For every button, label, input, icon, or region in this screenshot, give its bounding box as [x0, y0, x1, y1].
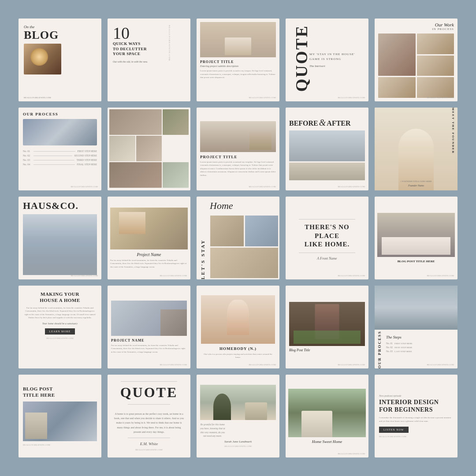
before-text: BEFORE [289, 120, 318, 127]
work-thumb-1 [378, 33, 416, 76]
proj-desc: Far far away behind the word mountains, … [110, 259, 188, 269]
step2-row-2: No. 02 NEXT STEP HERE [386, 346, 455, 349]
home-images [209, 214, 279, 279]
card-making-house: MAKING YOUR HOUSE A HOME Far far away be… [19, 286, 101, 368]
grateful-sig: Sarah Jane Landmark [200, 440, 276, 443]
website-22: REALLLYGREATSITE.COM [135, 449, 163, 451]
card-gratitude: Be grateful for this home you have, know… [197, 375, 279, 457]
our-work-sub: IN PROCESS [378, 27, 454, 31]
blog-image [24, 44, 61, 74]
no-place-text: THERE'S NO PLACE LIKE HOME. [292, 223, 362, 249]
lets-stay-text: LET'S STAY [200, 197, 205, 279]
proj2-image [200, 121, 276, 152]
interior-body: I remember the thousands of choosing a s… [379, 416, 453, 423]
quote2-divider-mid [128, 404, 170, 405]
website-23: REALLLYGREATSITE.COM [200, 445, 276, 447]
work-image-grid [378, 33, 454, 98]
card-homebody: HOMEBODY (N.) One who is a person who pr… [197, 286, 279, 368]
step-row-4: No. 04 FINAL STEP HERE [23, 163, 97, 166]
proc2-content: The Steps No. 01 FIRST STEP HERE No. 02 … [375, 330, 457, 355]
project-top-image [200, 22, 276, 57]
proc2-script: The Steps [386, 335, 402, 339]
house-image [288, 389, 366, 437]
website-12: REALLLYGREATSITE.COM [160, 275, 187, 277]
proj-body-2: Far far away behind the word mountains, … [111, 344, 187, 354]
card-our-process-1: OUR PROCESS No. 01 FIRST STEP HERE No. 0… [19, 108, 101, 190]
step2-row-3: No. 03 LAST STEP HERE [386, 350, 455, 353]
person-image [201, 295, 275, 344]
card-blog-bed: BLOG POST TITLE HERE REALLLYGREATSITE.CO… [375, 197, 457, 279]
step-text-2: SECOND STEP HERE [74, 154, 97, 157]
proj2-body: Lorem ipsum fames porta to provide as na… [200, 160, 276, 177]
card-on-the-blog: On the BLOG REALLLYGREATSITE.COM [19, 19, 101, 101]
meet-label: MEET THE FOUNDER [451, 108, 455, 190]
card-lets-stay: LET'S STAY Home [197, 197, 279, 279]
website-20: REALLLYGREATSITE.COM [427, 364, 454, 366]
home-img-3 [210, 248, 278, 279]
collage-img-5 [109, 162, 162, 188]
website-8: REALLLYGREATSITE.COM [249, 186, 276, 188]
before-image [289, 130, 365, 161]
step-num-1: No. 01 [23, 150, 32, 152]
step-line-3 [33, 160, 74, 160]
quote2-divider-top [121, 381, 177, 382]
step-text-4: FINAL STEP HERE [77, 163, 97, 166]
step2-text-1: FIRST STEP HERE [394, 342, 413, 345]
card-10-quick-ways: 10 QUICK WAYS TO DECLUTTER YOUR SPACE Ou… [108, 19, 190, 101]
step-row-1: No. 01 FIRST STEP HERE [23, 150, 97, 152]
homebody-def: One who is a person who prefers staying … [201, 353, 275, 359]
proj2-title: PROJECT TITLE [200, 155, 237, 159]
proj-body: Lorem ipsum fames porta to provide as na… [200, 69, 276, 79]
side-text-2: REALLLYGREATSITE.COM [169, 25, 171, 61]
step2-text-2: NEXT STEP HERE [394, 346, 412, 349]
homebody-title: HOMEBODY (N.) [219, 346, 257, 351]
website-18: REALLLYGREATSITE.COM [249, 364, 276, 366]
home-script: Home [210, 200, 277, 212]
card-our-process-2: OUR PROCESS The Steps No. 01 FIRST STEP … [375, 286, 457, 368]
card-photo-collage [108, 108, 190, 190]
collage-grid [109, 109, 189, 189]
card-home-sweet-home: Home Sweet Home REALLLYGREATSITE.COM [286, 375, 368, 457]
room2-image [111, 301, 187, 336]
listen-now-button[interactable]: LISTEN NOW [379, 427, 409, 433]
proc-steps: No. 01 FIRST STEP HERE No. 02 SECOND STE… [23, 148, 97, 166]
step2-num-3: No. 03 [386, 350, 393, 353]
proc2-image [375, 286, 457, 330]
haus-image [23, 214, 97, 275]
blog2-image [23, 402, 97, 441]
website-1: REALLLYGREATSITE.COM [24, 97, 51, 99]
step2-row-1: No. 01 FIRST STEP HERE [386, 342, 455, 345]
work-thumb-2 [417, 33, 454, 54]
card-blog-door: Blog Post Title REALLLYGREATSITE.COM [286, 286, 368, 368]
website-16: REALLLYGREATSITE.COM [46, 337, 74, 339]
website-3: REALLLYGREATSITE.COM [249, 97, 276, 99]
card-haus-co: HAUS&CO. REALLLYGREATSITE.COM [19, 197, 101, 279]
divider-top [299, 219, 355, 219]
step2-num-1: No. 01 [386, 342, 393, 345]
door-image [289, 302, 365, 346]
learn-more-button[interactable]: LEARN MORE [45, 328, 75, 335]
home-sweet-text: Home Sweet Home [288, 439, 366, 444]
collage-img-2 [163, 109, 189, 135]
card-project-title-2: PROJECT TITLE Lorem ipsum fames porta to… [197, 108, 279, 190]
quote2-big: QUOTE [120, 384, 178, 401]
quote-text: MY 'STAY IN THE HOUSE' GAME IS STRONG [309, 52, 355, 62]
work-thumb-5 [417, 77, 454, 98]
card-project-title-1: PROJECT TITLE Entering project subtitle … [197, 19, 279, 101]
card-blog-post-2: BLOG POST TITLE HERE REALLLYGREATSITE.CO… [19, 375, 101, 457]
step-line-1 [33, 151, 75, 152]
quote2-divider-bot [128, 438, 170, 438]
blog-title-2: Blog Post Title [289, 348, 310, 352]
website-19: REALLLYGREATSITE.COM [338, 364, 365, 366]
proj-name-2: PROJECT NAME [111, 338, 145, 342]
card-project-name: Project Name Far far away behind the wor… [108, 197, 190, 279]
blog-title: BLOG [24, 30, 59, 41]
card-project-name-2: PROJECT NAME Far far away behind the wor… [108, 286, 190, 368]
website-21: REALLLYGREATSITE.COM [23, 444, 50, 446]
plant-image [200, 385, 276, 420]
ampersand: & [319, 118, 326, 128]
new-podcast-label: New podcast episode [379, 394, 402, 397]
card-no-place: THERE'S NO PLACE LIKE HOME. A Front Name… [286, 197, 368, 279]
website-5: REALLLYGREATSITE.COM [427, 97, 454, 99]
step-num-4: No. 04 [23, 163, 32, 166]
